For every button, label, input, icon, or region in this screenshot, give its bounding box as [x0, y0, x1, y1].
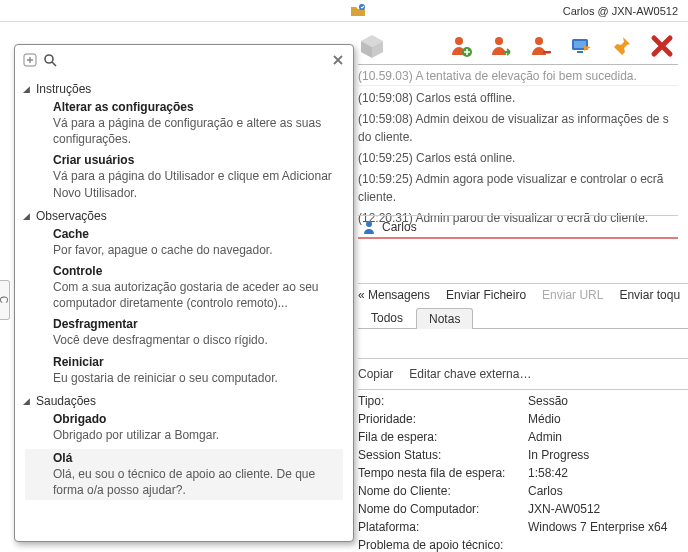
clear-icon[interactable]	[331, 53, 345, 67]
chat-log: (10.59.03) A tentativa de elevação foi b…	[358, 64, 678, 230]
close-icon[interactable]	[650, 34, 674, 58]
tab-messages[interactable]: « Mensagens	[358, 288, 430, 302]
cube-icon[interactable]	[358, 32, 386, 60]
pin-icon[interactable]	[610, 35, 632, 57]
tab-send-file[interactable]: Enviar Ficheiro	[446, 288, 526, 302]
folder-icon[interactable]	[350, 3, 366, 19]
canned-list: ◢Instruções Alterar as configuraçõesVá p…	[15, 74, 353, 506]
session-info: Tipo:Sessão Prioridade:Médio Fila de esp…	[358, 392, 678, 552]
monitor-icon[interactable]	[570, 35, 592, 57]
svg-rect-11	[577, 51, 583, 53]
canned-responses-popup: ◢Instruções Alterar as configuraçõesVá p…	[14, 44, 354, 542]
toolbar-right	[450, 26, 674, 66]
client-name: Carlos	[382, 220, 417, 234]
list-item[interactable]: Criar usuáriosVá para a página do Utilis…	[53, 153, 343, 200]
category[interactable]: ◢Observações	[23, 209, 343, 223]
list-item[interactable]: CachePor favor, apague o cache do navega…	[53, 227, 343, 258]
person-icon	[362, 220, 376, 234]
search-input[interactable]	[63, 51, 325, 68]
svg-point-0	[359, 4, 365, 10]
window-title: Carlos @ JXN-AW0512	[563, 5, 678, 17]
message-tabs: « Mensagens Enviar Ficheiro Enviar URL E…	[358, 283, 688, 302]
copy-button[interactable]: Copiar	[358, 367, 393, 381]
category[interactable]: ◢Saudações	[23, 394, 343, 408]
svg-rect-8	[543, 51, 551, 54]
sub-tabs: Todos Notas	[358, 307, 688, 329]
search-icon	[43, 53, 57, 67]
caret-down-icon: ◢	[23, 211, 30, 221]
notes-tools: Copiar Editar chave externa…	[358, 358, 688, 390]
svg-point-7	[535, 37, 543, 45]
tab-notes[interactable]: Notas	[416, 308, 473, 329]
transfer-user-icon[interactable]	[490, 35, 512, 57]
tab-send-url: Enviar URL	[542, 288, 603, 302]
tab-send-nudge[interactable]: Enviar toqu	[619, 288, 680, 302]
add-icon[interactable]	[23, 53, 37, 67]
caret-down-icon: ◢	[23, 84, 30, 94]
category[interactable]: ◢Instruções	[23, 82, 343, 96]
list-item[interactable]: DesfragmentarVocê deve desfragmentar o d…	[53, 317, 343, 348]
svg-point-6	[495, 37, 503, 45]
svg-point-12	[366, 221, 372, 227]
list-item[interactable]: OláOlá, eu sou o técnico de apoio ao cli…	[25, 449, 343, 500]
tab-all[interactable]: Todos	[358, 307, 416, 328]
info-value: Sessão	[528, 392, 568, 410]
info-label: Tipo:	[358, 392, 528, 410]
list-item[interactable]: ReiniciarEu gostaria de reiniciar o seu …	[53, 355, 343, 386]
client-row: Carlos	[358, 215, 678, 239]
remove-user-icon[interactable]	[530, 35, 552, 57]
list-item[interactable]: Alterar as configuraçõesVá para a página…	[53, 100, 343, 147]
svg-point-14	[45, 55, 53, 63]
left-collapse-stub[interactable]: C	[0, 280, 10, 320]
list-item[interactable]: ObrigadoObrigado por utilizar a Bomgar.	[53, 412, 343, 443]
edit-key-button[interactable]: Editar chave externa…	[409, 367, 531, 381]
svg-point-4	[455, 37, 463, 45]
title-bar: Carlos @ JXN-AW0512	[0, 0, 688, 22]
caret-down-icon: ◢	[23, 396, 30, 406]
list-item[interactable]: ControleCom a sua autorização gostaria d…	[53, 264, 343, 311]
add-user-icon[interactable]	[450, 35, 472, 57]
